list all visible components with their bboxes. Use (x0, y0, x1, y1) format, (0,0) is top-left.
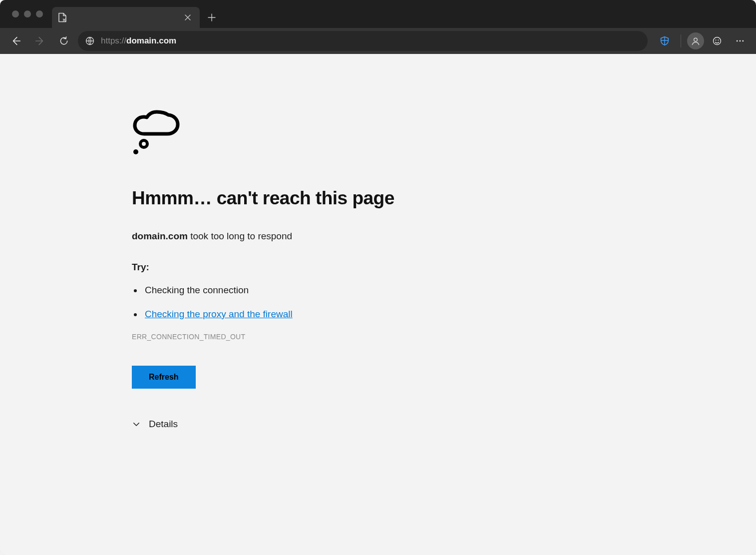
window-controls (5, 0, 48, 28)
svg-point-6 (740, 40, 741, 42)
list-item: Checking the connection (143, 285, 461, 296)
svg-point-8 (140, 140, 147, 147)
svg-point-9 (133, 149, 138, 154)
svg-point-7 (742, 40, 744, 42)
error-title: Hmmm… can't reach this page (132, 188, 461, 209)
error-page: Hmmm… can't reach this page domain.com t… (132, 109, 461, 430)
more-menu-button[interactable] (730, 31, 750, 51)
browser-tab[interactable] (52, 7, 200, 28)
details-label: Details (149, 419, 178, 430)
error-host: domain.com (132, 231, 188, 241)
url-text: https://domain.com (101, 36, 641, 46)
refresh-page-button[interactable]: Refresh (132, 366, 196, 389)
window-zoom-icon[interactable] (36, 10, 43, 17)
toolbar: https://domain.com (0, 28, 756, 54)
page-error-favicon-icon (58, 12, 67, 22)
svg-point-4 (718, 39, 719, 40)
error-code: ERR_CONNECTION_TIMED_OUT (132, 333, 461, 341)
forward-button[interactable] (30, 31, 50, 51)
back-button[interactable] (6, 31, 26, 51)
try-item-text: Checking the connection (145, 285, 249, 295)
svg-point-3 (716, 39, 717, 40)
feedback-smiley-icon[interactable] (707, 31, 727, 51)
tab-close-button[interactable] (182, 11, 194, 23)
site-info-icon[interactable] (85, 36, 95, 46)
page-viewport: Hmmm… can't reach this page domain.com t… (0, 54, 756, 555)
toolbar-right (652, 31, 750, 51)
browser-chrome: https://domain.com (0, 0, 756, 54)
thought-bubble-icon (132, 109, 461, 159)
url-host: domain.com (126, 36, 176, 45)
svg-point-5 (737, 40, 738, 42)
toolbar-separator (681, 34, 681, 47)
svg-point-1 (694, 38, 698, 41)
url-scheme: https:// (101, 36, 126, 45)
new-tab-button[interactable] (203, 8, 221, 26)
profile-button[interactable] (687, 32, 704, 49)
window-close-icon[interactable] (12, 10, 19, 17)
chevron-down-icon (132, 420, 141, 429)
try-label: Try: (132, 262, 461, 273)
svg-point-2 (714, 37, 721, 45)
details-toggle[interactable]: Details (132, 419, 461, 430)
tab-strip (0, 0, 756, 28)
address-bar[interactable]: https://domain.com (78, 31, 648, 51)
error-description: domain.com took too long to respond (132, 231, 461, 242)
try-list: Checking the connection Checking the pro… (132, 285, 461, 320)
proxy-firewall-link[interactable]: Checking the proxy and the firewall (145, 309, 293, 319)
tracking-prevention-icon[interactable] (655, 31, 675, 51)
window-minimize-icon[interactable] (24, 10, 31, 17)
error-desc-suffix: took too long to respond (188, 231, 292, 241)
list-item: Checking the proxy and the firewall (143, 309, 461, 320)
refresh-button[interactable] (54, 31, 74, 51)
browser-window: https://domain.com (0, 0, 756, 555)
